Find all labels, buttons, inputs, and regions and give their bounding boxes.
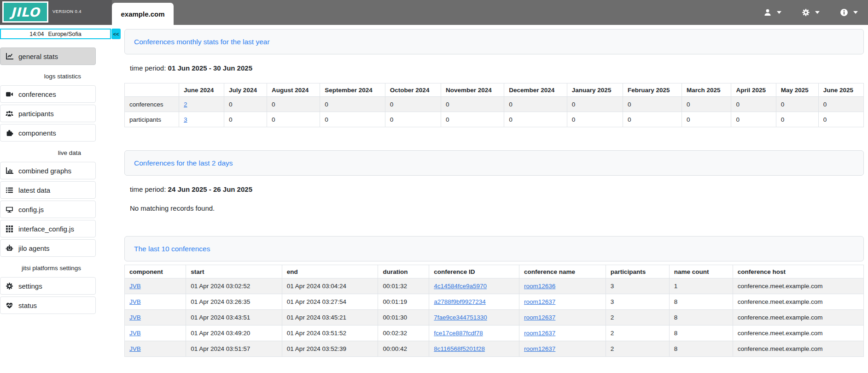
last-2-days-title[interactable]: Conferences for the last 2 days bbox=[134, 159, 233, 167]
sidebar-section-label: jitsi platforms settings bbox=[0, 259, 96, 277]
table-row: JVB01 Apr 2024 03:49:2001 Apr 2024 03:51… bbox=[125, 326, 864, 341]
info-icon bbox=[840, 8, 848, 17]
sidebar-item-status[interactable]: status bbox=[0, 296, 96, 314]
table-row: JVB01 Apr 2024 03:51:5701 Apr 2024 03:52… bbox=[125, 341, 864, 357]
sidebar-item-label: components bbox=[18, 129, 56, 137]
monthly-stats-table: June 2024July 2024August 2024September 2… bbox=[124, 83, 864, 127]
table-link-8c116568f5201f28[interactable]: 8c116568f5201f28 bbox=[434, 345, 485, 352]
time-period-value: 01 Jun 2025 - 30 Jun 2025 bbox=[168, 64, 252, 72]
table-cell: 0 bbox=[504, 97, 567, 112]
table-link-jvb[interactable]: JVB bbox=[129, 345, 141, 352]
table-cell: 01 Apr 2024 03:27:54 bbox=[282, 294, 378, 310]
table-cell: conference.meet.example.com bbox=[733, 326, 863, 341]
column-header: conference host bbox=[733, 265, 863, 278]
table-row: JVB01 Apr 2024 03:26:3501 Apr 2024 03:27… bbox=[125, 294, 864, 310]
column-header: duration bbox=[378, 265, 429, 278]
table-cell: 0 bbox=[818, 112, 863, 127]
caret-down-icon bbox=[853, 11, 858, 14]
table-cell: 8 bbox=[669, 294, 733, 310]
table-link-room12637[interactable]: room12637 bbox=[524, 298, 555, 305]
table-cell: 0 bbox=[731, 112, 776, 127]
table-link-jvb[interactable]: JVB bbox=[129, 283, 141, 290]
table-row: JVB01 Apr 2024 03:02:5201 Apr 2024 03:04… bbox=[125, 278, 864, 294]
table-cell: 0 bbox=[224, 112, 267, 127]
table-cell: 0 bbox=[682, 97, 731, 112]
table-cell: 01 Apr 2024 03:43:51 bbox=[186, 310, 282, 326]
sidebar-item-label: status bbox=[18, 302, 37, 309]
clock-row: 14:04 Europe/Sofia << bbox=[0, 29, 121, 39]
app-logo[interactable]: JILO bbox=[2, 1, 48, 23]
table-cell: 8 bbox=[669, 341, 733, 357]
sidebar-item-jilo-agents[interactable]: jilo agents bbox=[0, 239, 96, 257]
table-link-room12637[interactable]: room12637 bbox=[524, 330, 555, 337]
topbar-left-segment: JILO VERSION 0.4 bbox=[0, 0, 112, 25]
table-link-jvb[interactable]: JVB bbox=[129, 330, 141, 337]
table-cell: room12637 bbox=[519, 341, 606, 357]
sidebar-item-latest-data[interactable]: latest data bbox=[0, 181, 96, 199]
table-link-jvb[interactable]: JVB bbox=[129, 314, 141, 321]
sidebar-item-config-js[interactable]: config.js bbox=[0, 201, 96, 218]
platform-tab[interactable]: example.com bbox=[112, 3, 174, 25]
table-cell: 3 bbox=[179, 112, 224, 127]
table-cell: 00:01:30 bbox=[378, 310, 429, 326]
sidebar-item-settings[interactable]: settings bbox=[0, 277, 96, 295]
sidebar-section-label: live data bbox=[0, 143, 96, 162]
gear-menu[interactable] bbox=[802, 8, 820, 17]
gear-icon bbox=[802, 8, 810, 17]
sidebar-collapse-button[interactable]: << bbox=[111, 29, 121, 39]
user-menu[interactable] bbox=[763, 8, 781, 17]
bar-chart-icon bbox=[6, 167, 13, 175]
column-header: January 2025 bbox=[567, 83, 623, 97]
caret-down-icon bbox=[777, 11, 781, 14]
table-cell: conference.meet.example.com bbox=[733, 341, 863, 357]
header-row: componentstartenddurationconference IDco… bbox=[125, 265, 864, 278]
app-version: VERSION 0.4 bbox=[52, 9, 82, 14]
table-link-a2788f9bf9927234[interactable]: a2788f9bf9927234 bbox=[434, 298, 486, 305]
table-cell: room12636 bbox=[519, 278, 606, 294]
sidebar-item-conferences[interactable]: conferences bbox=[0, 85, 96, 103]
table-cell: 7fae9ce344751330 bbox=[429, 310, 519, 326]
table-cell: JVB bbox=[125, 341, 186, 357]
table-cell: 0 bbox=[623, 97, 682, 112]
last-10-conferences-table: componentstartenddurationconference IDco… bbox=[124, 265, 864, 357]
sidebar-item-general-stats[interactable]: general stats bbox=[0, 47, 96, 65]
table-link-room12637[interactable]: room12637 bbox=[524, 314, 555, 321]
time-period-label: time period: bbox=[130, 64, 166, 72]
table-link-4c14584fce9a5970[interactable]: 4c14584fce9a5970 bbox=[434, 283, 487, 290]
column-header: conference ID bbox=[429, 265, 519, 278]
column-header: June 2024 bbox=[179, 83, 224, 97]
table-link-3[interactable]: 3 bbox=[184, 116, 187, 123]
last-10-conferences-card: The last 10 conferences bbox=[124, 236, 864, 261]
column-header: May 2025 bbox=[776, 83, 818, 97]
sidebar-item-label: jilo agents bbox=[18, 244, 50, 252]
table-link-room12636[interactable]: room12636 bbox=[524, 283, 555, 290]
sidebar-item-label: latest data bbox=[18, 186, 50, 194]
table-cell: 01 Apr 2024 03:45:21 bbox=[282, 310, 378, 326]
sidebar-item-components[interactable]: components bbox=[0, 124, 96, 142]
table-link-jvb[interactable]: JVB bbox=[129, 298, 141, 305]
table-cell: fce17ce887fcdf78 bbox=[429, 326, 519, 341]
table-cell: a2788f9bf9927234 bbox=[429, 294, 519, 310]
table-cell: 00:01:19 bbox=[378, 294, 429, 310]
column-header: February 2025 bbox=[623, 83, 682, 97]
heart-pulse-icon bbox=[6, 302, 13, 309]
table-cell: 0 bbox=[385, 97, 441, 112]
grid-icon bbox=[6, 225, 13, 233]
sidebar-item-interface-config-js[interactable]: interface_config.js bbox=[0, 220, 96, 237]
sidebar-item-participants[interactable]: participants bbox=[0, 105, 96, 122]
monthly-stats-title[interactable]: Conferences monthly stats for the last y… bbox=[134, 38, 270, 46]
puzzle-icon bbox=[6, 129, 13, 137]
info-menu[interactable] bbox=[840, 8, 858, 17]
sidebar-item-combined-graphs[interactable]: combined graphs bbox=[0, 162, 96, 179]
table-cell: 0 bbox=[776, 97, 818, 112]
monthly-time-period: time period: 01 Jun 2025 - 30 Jun 2025 bbox=[130, 64, 864, 72]
table-link-room12637[interactable]: room12637 bbox=[524, 345, 555, 352]
table-cell: 00:00:42 bbox=[378, 341, 429, 357]
table-link-7fae9ce344751330[interactable]: 7fae9ce344751330 bbox=[434, 314, 487, 321]
table-cell: 3 bbox=[606, 278, 669, 294]
column-header: component bbox=[125, 265, 186, 278]
table-link-fce17ce887fcdf78[interactable]: fce17ce887fcdf78 bbox=[434, 330, 483, 337]
last-10-conferences-title[interactable]: The last 10 conferences bbox=[134, 245, 210, 253]
table-cell: 8 bbox=[669, 310, 733, 326]
table-link-2[interactable]: 2 bbox=[184, 101, 187, 108]
